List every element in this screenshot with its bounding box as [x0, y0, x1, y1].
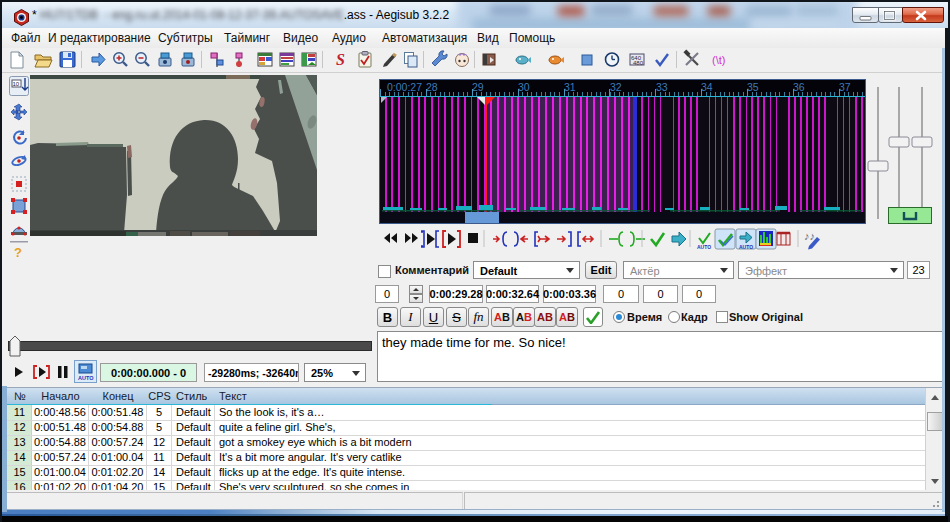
- svg-text:480: 480: [633, 60, 644, 66]
- svg-text:(\t): (\t): [712, 54, 725, 66]
- svg-text:S: S: [336, 51, 345, 68]
- svg-text:AUTO: AUTO: [78, 375, 94, 381]
- svg-text:AUTO: AUTO: [697, 244, 711, 250]
- svg-text:AUTO: AUTO: [739, 244, 753, 250]
- svg-text:10: 10: [13, 81, 20, 87]
- svg-text:?: ?: [14, 245, 22, 259]
- svg-text:♪♪: ♪♪: [804, 230, 815, 242]
